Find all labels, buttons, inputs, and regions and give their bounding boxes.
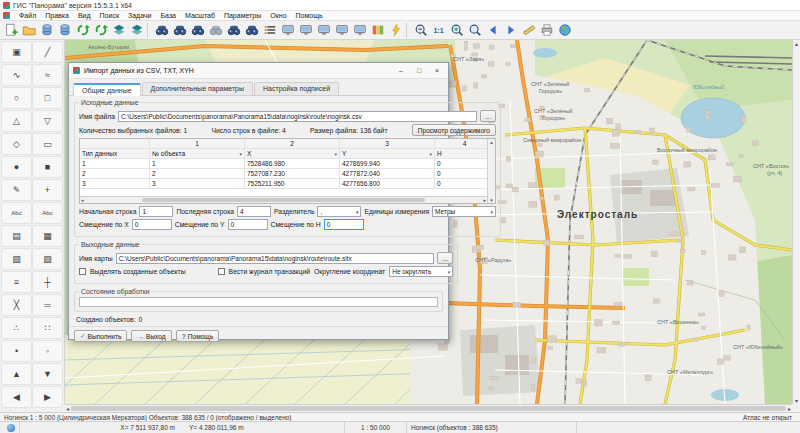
menu-item-База[interactable]: База (160, 12, 176, 19)
menu-item-Вид[interactable]: Вид (78, 12, 91, 19)
search-list-icon[interactable] (243, 22, 260, 39)
magnifier-icon[interactable] (466, 22, 483, 39)
scrollbar-thumb[interactable] (71, 406, 786, 411)
run-button[interactable]: ✓Выполнить (74, 330, 127, 342)
rhomb-tool-icon[interactable]: ◇ (1, 133, 32, 155)
view-objects-icon[interactable] (315, 22, 332, 39)
menu-item-Масштаб[interactable]: Масштаб (185, 12, 215, 19)
map-horizontal-scrollbar[interactable]: ◂▸ (65, 404, 792, 412)
table-header-cell[interactable]: Y▾ (340, 149, 435, 158)
rect-tool-icon[interactable]: □ (32, 87, 63, 109)
delete-tool-icon[interactable]: ╳ (1, 294, 32, 316)
print-icon[interactable] (538, 22, 555, 39)
chevron-down-icon[interactable]: ▾ (334, 151, 337, 157)
triangle-tool-icon[interactable]: △ (1, 110, 32, 132)
pan-left-icon[interactable] (484, 22, 501, 39)
view-map-icon[interactable] (351, 22, 368, 39)
highlight-objects-checkbox[interactable] (79, 268, 86, 275)
map-colors-icon[interactable] (369, 22, 386, 39)
close-button[interactable]: × (430, 65, 444, 77)
select-tool-icon[interactable]: ▣ (1, 41, 32, 63)
hatch-diag2-tool-icon[interactable]: ▨ (32, 248, 63, 270)
zoom-in-icon[interactable] (448, 22, 465, 39)
map-name-input[interactable]: C:\Users\Public\Documents\panorama\Panor… (116, 253, 435, 264)
separator-combo[interactable]: ,▾ (317, 206, 361, 217)
table-header-cell[interactable]: 2 (245, 139, 340, 148)
scroll-down-icon[interactable]: ▾ (795, 397, 798, 404)
zoom-out-icon[interactable] (412, 22, 429, 39)
maximize-button[interactable]: □ (412, 65, 426, 77)
table-header-cell[interactable]: Н (435, 149, 495, 158)
help-button[interactable]: ?Помощь (176, 330, 220, 342)
scroll-right-icon[interactable]: ▸ (788, 405, 791, 412)
right-tool-icon[interactable]: ▶ (32, 386, 63, 408)
tab-additional-params[interactable]: Дополнительные параметры (142, 82, 253, 95)
pencil-tool-icon[interactable]: ✎ (1, 179, 32, 201)
map-vertical-scrollbar[interactable]: ▴▾ (792, 40, 800, 404)
refresh-all-icon[interactable] (92, 22, 109, 39)
table-header-cell[interactable] (80, 139, 150, 148)
left-tool-icon[interactable]: ◀ (1, 386, 32, 408)
table-header-cell[interactable]: 4 (435, 139, 495, 148)
file-name-input[interactable]: C:\Users\Public\Documents\panorama\Panor… (118, 111, 477, 122)
table-header-cell[interactable]: 1 (150, 139, 245, 148)
text2-tool-icon[interactable]: Abc (32, 202, 63, 224)
refresh-icon[interactable] (74, 22, 91, 39)
dialog-title-bar[interactable]: Импорт данных из CSV, TXT, XYH – □ × (69, 63, 448, 79)
grid-fill-tool-icon[interactable]: ▦ (32, 225, 63, 247)
scale-cell[interactable]: 1 : 50 000 (345, 422, 407, 433)
units-combo[interactable]: Метры▾ (432, 206, 496, 217)
view-composition-icon[interactable] (279, 22, 296, 39)
list-tool-icon[interactable]: ≡ (1, 271, 32, 293)
search-binoculars-icon[interactable] (153, 22, 170, 39)
menu-item-Параметры[interactable]: Параметры (224, 12, 261, 19)
rectangle-tool-icon[interactable]: ▭ (32, 133, 63, 155)
line-tool-icon[interactable]: ╱ (32, 41, 63, 63)
point-tool-icon[interactable]: ● (1, 156, 32, 178)
offset-y-input[interactable]: 0 (228, 219, 268, 230)
object-list-icon[interactable] (261, 22, 278, 39)
hatch-diag-tool-icon[interactable]: ▧ (1, 248, 32, 270)
view-content-button[interactable]: Просмотр содержимого (412, 124, 496, 136)
quick-launch-bolt-icon[interactable] (387, 22, 404, 39)
chevron-down-icon[interactable]: ▾ (429, 151, 432, 157)
up-tool-icon[interactable]: ▲ (1, 363, 32, 385)
database-icon[interactable] (56, 22, 73, 39)
end-line-input[interactable]: 4 (237, 206, 271, 217)
open-folder-icon[interactable] (20, 22, 37, 39)
view-legend-icon[interactable] (333, 22, 350, 39)
table-header-cell[interactable]: 3 (340, 139, 435, 148)
csv-preview-table[interactable]: 1234Тип данных№ объекта▾X▾Y▾Н117528486.9… (79, 138, 496, 204)
small-dot-tool-icon[interactable]: ◦ (32, 340, 63, 362)
transaction-journal-checkbox[interactable] (218, 268, 225, 275)
add-tool-icon[interactable]: + (32, 179, 63, 201)
search-object-icon[interactable] (189, 22, 206, 39)
layers-alt-icon[interactable] (128, 22, 145, 39)
scroll-left-icon[interactable]: ◂ (66, 405, 69, 412)
exit-button[interactable]: →Выход (131, 330, 171, 342)
rounding-combo[interactable]: Не округлять▾ (389, 266, 453, 277)
start-line-input[interactable]: 1 (139, 206, 173, 217)
menu-item-Поиск[interactable]: Поиск (100, 12, 119, 19)
table-header-cell[interactable]: X▾ (245, 149, 340, 158)
table-vertical-scrollbar[interactable]: ▴▾ (487, 139, 495, 203)
layers-icon[interactable] (110, 22, 127, 39)
minimize-button[interactable]: – (394, 65, 408, 77)
pan-right-icon[interactable] (502, 22, 519, 39)
tab-label-settings[interactable]: Настройка подписей (254, 82, 339, 95)
dots4-tool-icon[interactable]: ∷ (32, 317, 63, 339)
new-document-icon[interactable] (2, 22, 19, 39)
offset-x-input[interactable]: 0 (132, 219, 172, 230)
table-horizontal-scrollbar[interactable]: ◂▸ (80, 196, 487, 203)
open-database-icon[interactable] (38, 22, 55, 39)
offset-h-input[interactable]: 0 (324, 219, 364, 230)
tab-general[interactable]: Общие данные (73, 83, 141, 96)
cross-tool-icon[interactable]: ┼ (32, 271, 63, 293)
down-tool-icon[interactable]: ▼ (32, 363, 63, 385)
curve-tool-icon[interactable]: ∿ (1, 64, 32, 86)
circle-tool-icon[interactable]: ○ (1, 87, 32, 109)
hatch-tool-icon[interactable]: ▤ (1, 225, 32, 247)
menu-item-Помощь[interactable]: Помощь (296, 12, 323, 19)
table-header-cell[interactable]: № объекта▾ (150, 149, 245, 158)
inv-triangle-tool-icon[interactable]: ▽ (32, 110, 63, 132)
